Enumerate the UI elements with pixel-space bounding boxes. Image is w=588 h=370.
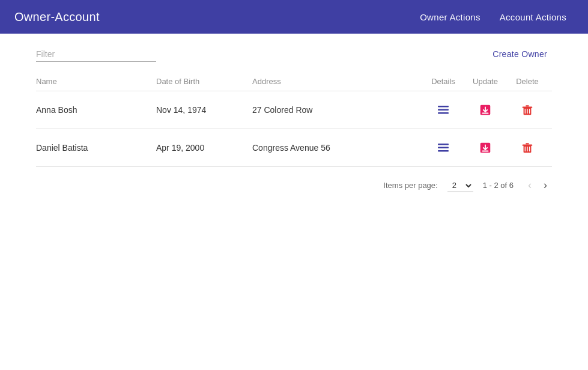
delete-button[interactable] (518, 139, 536, 157)
items-per-page-label: Items per page: (383, 181, 437, 190)
items-per-page-select[interactable]: 251025 (447, 179, 473, 192)
cell-address: Congress Avenue 56 (252, 129, 426, 167)
delete-button[interactable] (518, 101, 536, 119)
delete-icon (521, 141, 534, 154)
cell-address: 27 Colored Row (252, 91, 426, 129)
details-button[interactable] (435, 102, 452, 118)
svg-rect-13 (438, 150, 449, 152)
update-icon (479, 141, 492, 154)
svg-rect-11 (438, 144, 449, 145)
delete-icon (521, 103, 534, 117)
col-header-details: Details (426, 72, 468, 91)
col-header-name: Name (36, 72, 156, 91)
main-content: Create Owner Name Date of Birth Address … (0, 34, 588, 370)
cell-details (426, 129, 468, 167)
table-row: Daniel Batista Apr 19, 2000 Congress Ave… (36, 129, 552, 167)
pagination: Items per page: 251025 1 - 2 of 6 ‹ › (0, 167, 588, 204)
update-icon (479, 103, 492, 117)
pagination-range: 1 - 2 of 6 (483, 181, 514, 190)
owners-table: Name Date of Birth Address Details Updat… (36, 72, 552, 167)
owners-table-container: Name Date of Birth Address Details Updat… (0, 72, 588, 167)
svg-rect-2 (438, 112, 449, 114)
cell-update (468, 91, 510, 129)
cell-details (426, 91, 468, 129)
pagination-nav: ‹ › (523, 177, 552, 194)
pagination-next-button[interactable]: › (539, 177, 552, 194)
cell-name: Daniel Batista (36, 129, 156, 167)
table-row: Anna Bosh Nov 14, 1974 27 Colored Row (36, 91, 552, 129)
cell-delete (510, 91, 552, 129)
col-header-dob: Date of Birth (156, 72, 252, 91)
details-button[interactable] (435, 140, 452, 156)
svg-rect-1 (438, 109, 449, 111)
col-header-update: Update (468, 72, 510, 91)
svg-rect-0 (438, 106, 449, 108)
cell-update (468, 129, 510, 167)
create-owner-button[interactable]: Create Owner (488, 46, 552, 62)
svg-rect-20 (523, 145, 533, 146)
table-header-row: Name Date of Birth Address Details Updat… (36, 72, 552, 91)
svg-rect-9 (523, 107, 533, 108)
account-actions-button[interactable]: Account Actions (493, 7, 574, 27)
svg-rect-21 (526, 143, 529, 144)
app-title: Owner-Account (14, 10, 100, 24)
header-actions: Owner Actions Account Actions (413, 7, 574, 27)
update-button[interactable] (476, 139, 494, 157)
app-header: Owner-Account Owner Actions Account Acti… (0, 0, 588, 34)
svg-rect-12 (438, 147, 449, 149)
cell-name: Anna Bosh (36, 91, 156, 129)
details-icon (437, 105, 449, 115)
cell-delete (510, 129, 552, 167)
owner-actions-button[interactable]: Owner Actions (413, 7, 488, 27)
svg-rect-10 (526, 105, 529, 106)
toolbar: Create Owner (0, 34, 588, 72)
pagination-prev-button[interactable]: ‹ (523, 177, 536, 194)
update-button[interactable] (476, 101, 494, 119)
cell-dob: Apr 19, 2000 (156, 129, 252, 167)
details-icon (437, 142, 449, 153)
col-header-address: Address (252, 72, 426, 91)
col-header-delete: Delete (510, 72, 552, 91)
filter-input[interactable] (36, 47, 156, 62)
cell-dob: Nov 14, 1974 (156, 91, 252, 129)
